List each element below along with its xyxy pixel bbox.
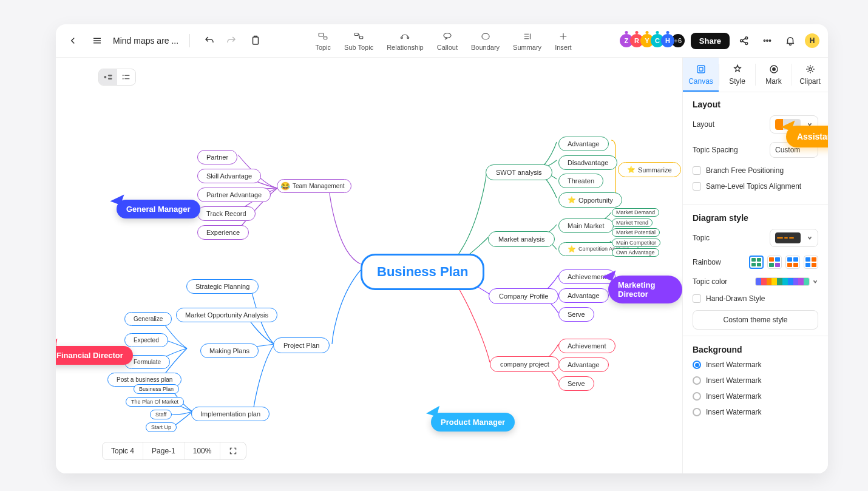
node-plan-sub[interactable]: Generalize — [124, 312, 172, 326]
node-swot-child[interactable]: Disadvantage — [558, 155, 617, 170]
svg-point-23 — [767, 40, 768, 41]
node-plan-sub[interactable]: Expected — [124, 333, 168, 347]
app-window: Mind maps are ... Topic Sub Topic Relati… — [56, 24, 828, 473]
tool-topic[interactable]: Topic — [315, 31, 331, 51]
cursor-assistant: Assistant — [786, 126, 828, 147]
bell-icon[interactable] — [782, 32, 799, 49]
topic-style-dropdown[interactable] — [770, 229, 818, 247]
node-team-child[interactable]: Experience — [197, 225, 249, 240]
document-title[interactable]: Mind maps are ... — [113, 36, 178, 46]
node-swot-child[interactable]: ⭐Opportunity — [558, 192, 622, 208]
rainbow-opt[interactable] — [767, 256, 782, 269]
node-project-child[interactable]: Market Opportunity Analysis — [176, 308, 277, 322]
node-impl-sub[interactable]: The Plan Of Market — [126, 397, 184, 407]
fullscreen-icon[interactable] — [220, 442, 246, 459]
avatar[interactable]: H — [661, 34, 674, 47]
radio-watermark[interactable] — [693, 392, 701, 401]
view-toggle — [98, 69, 136, 86]
radio-watermark[interactable] — [693, 376, 701, 385]
tool-subtopic[interactable]: Sub Topic — [344, 31, 373, 51]
section-diagram-style: Diagram style Topic Rainbow Topic color — [683, 206, 828, 333]
emoji-icon: 😂 — [280, 181, 290, 191]
svg-point-35 — [772, 68, 775, 71]
node-team-child[interactable]: Partner Advantage — [197, 188, 271, 202]
tab-clipart[interactable]: Clipart — [792, 58, 828, 92]
node-market-child[interactable]: Main Market — [558, 218, 614, 233]
node-market[interactable]: Market analysis — [488, 231, 555, 247]
svg-rect-7 — [360, 36, 363, 39]
node-project-child[interactable]: Serve — [558, 376, 594, 391]
topic-color-picker[interactable] — [755, 277, 810, 286]
checkbox-free-positioning[interactable] — [693, 166, 701, 175]
rainbow-opt[interactable] — [785, 256, 800, 269]
status-topic[interactable]: Topic 4 — [103, 442, 143, 459]
menu-icon[interactable] — [89, 32, 106, 49]
node-swot-child[interactable]: Threaten — [558, 174, 603, 188]
node-project-child[interactable]: Strategic Planning — [186, 279, 259, 294]
tool-insert[interactable]: Insert — [555, 31, 572, 51]
radio-watermark[interactable] — [693, 408, 701, 416]
back-button[interactable] — [64, 32, 81, 49]
node-company-project[interactable]: company project — [490, 356, 560, 372]
tab-label: Mark — [765, 77, 782, 86]
node-swot[interactable]: SWOT analysis — [486, 164, 552, 180]
tool-summary[interactable]: Summary — [513, 31, 541, 51]
status-zoom[interactable]: 100% — [185, 442, 221, 459]
custom-theme-button[interactable]: Costom theme style — [693, 310, 818, 330]
node-team-child[interactable]: Partner — [197, 150, 237, 164]
section-heading: Diagram style — [693, 213, 818, 223]
node-impl-sub[interactable]: Start Up — [146, 422, 177, 432]
node-project-child[interactable]: Implementation plan — [191, 407, 270, 421]
canvas[interactable]: Business Plan 😂 Team Management Partner … — [56, 58, 682, 473]
rainbow-opt[interactable] — [804, 256, 818, 269]
tab-mark[interactable]: Mark — [756, 58, 792, 92]
checkbox-same-level[interactable] — [693, 182, 701, 191]
tool-subtopic-label: Sub Topic — [344, 44, 373, 51]
share-link-icon[interactable] — [736, 32, 753, 49]
node-team-child[interactable]: Track Record — [197, 206, 256, 221]
node-company-profile[interactable]: Company Profile — [489, 288, 558, 304]
separator — [189, 34, 190, 47]
node-label: Team Management — [293, 183, 345, 189]
topic-label: Topic — [693, 234, 710, 242]
mindmap-center[interactable]: Business Plan — [361, 254, 484, 290]
svg-rect-6 — [354, 33, 358, 35]
node-project-child[interactable]: Achievement — [558, 339, 615, 353]
node-team-child[interactable]: Skill Advantage — [197, 169, 261, 183]
collaborator-avatars[interactable]: Z R Y C H +6 — [623, 34, 685, 47]
rainbow-label: Rainbow — [693, 258, 721, 266]
node-market-sub[interactable]: Market Trend — [612, 218, 653, 227]
node-market-sub[interactable]: Main Competitor — [612, 239, 660, 247]
tool-boundary[interactable]: Boundary — [471, 31, 500, 51]
tab-style[interactable]: Style — [719, 58, 755, 92]
tool-relationship[interactable]: Relationship — [387, 31, 424, 51]
node-project-child[interactable]: Advantage — [558, 357, 609, 372]
share-button[interactable]: Share — [691, 33, 730, 49]
node-team-management[interactable]: 😂 Team Management — [277, 179, 351, 193]
node-project-plan[interactable]: Project Plan — [273, 337, 330, 353]
node-market-sub[interactable]: Own Advantage — [612, 248, 659, 257]
tab-canvas[interactable]: Canvas — [683, 58, 719, 92]
node-project-child[interactable]: Making Plans — [200, 344, 259, 358]
radio-watermark[interactable] — [693, 361, 701, 369]
node-market-sub[interactable]: Market Potential — [612, 228, 660, 237]
status-page[interactable]: Page-1 — [143, 442, 185, 459]
redo-button[interactable] — [223, 32, 240, 49]
view-mindmap[interactable] — [99, 69, 117, 85]
view-outline[interactable] — [117, 69, 135, 85]
checkbox-hand-drawn[interactable] — [693, 294, 701, 303]
node-profile-child[interactable]: Advantage — [558, 288, 609, 303]
rainbow-opt[interactable] — [749, 256, 764, 269]
node-profile-child[interactable]: Serve — [558, 307, 594, 322]
tool-callout-label: Callout — [437, 44, 458, 51]
clipboard-icon[interactable] — [247, 32, 264, 49]
undo-button[interactable] — [201, 32, 218, 49]
node-swot-child[interactable]: Advantage — [558, 137, 609, 151]
node-impl-sub[interactable]: Staff — [150, 410, 172, 419]
node-market-sub[interactable]: Market Demand — [612, 208, 659, 217]
tool-callout[interactable]: Callout — [437, 31, 458, 51]
more-icon[interactable] — [759, 32, 776, 49]
node-swot-summary[interactable]: ⭐Summarize — [618, 162, 681, 177]
current-user-avatar[interactable]: H — [805, 33, 819, 48]
node-impl-sub[interactable]: Business Plan — [134, 384, 179, 394]
